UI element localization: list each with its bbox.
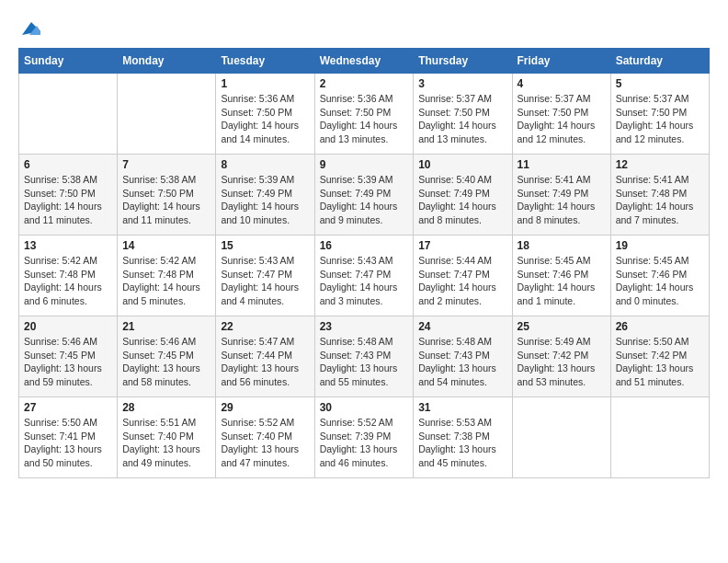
calendar-cell: 14Sunrise: 5:42 AM Sunset: 7:48 PM Dayli… — [118, 236, 216, 316]
day-number: 2 — [320, 77, 409, 90]
day-info: Sunrise: 5:53 AM Sunset: 7:38 PM Dayligh… — [418, 417, 496, 468]
day-info: Sunrise: 5:51 AM Sunset: 7:40 PM Dayligh… — [122, 417, 200, 468]
day-number: 17 — [418, 239, 506, 252]
day-info: Sunrise: 5:48 AM Sunset: 7:43 PM Dayligh… — [320, 336, 398, 387]
calendar-cell: 18Sunrise: 5:45 AM Sunset: 7:46 PM Dayli… — [512, 236, 610, 316]
day-number: 3 — [418, 77, 506, 90]
day-info: Sunrise: 5:41 AM Sunset: 7:48 PM Dayligh… — [616, 174, 694, 225]
calendar-cell: 30Sunrise: 5:52 AM Sunset: 7:39 PM Dayli… — [314, 397, 414, 478]
day-number: 18 — [518, 239, 606, 252]
calendar-cell: 7Sunrise: 5:38 AM Sunset: 7:50 PM Daylig… — [118, 155, 216, 236]
day-info: Sunrise: 5:46 AM Sunset: 7:45 PM Dayligh… — [24, 336, 102, 387]
calendar-cell: 5Sunrise: 5:37 AM Sunset: 7:50 PM Daylig… — [610, 74, 709, 155]
day-info: Sunrise: 5:47 AM Sunset: 7:44 PM Dayligh… — [221, 336, 299, 387]
day-info: Sunrise: 5:52 AM Sunset: 7:40 PM Dayligh… — [221, 417, 299, 468]
calendar-cell: 13Sunrise: 5:42 AM Sunset: 7:48 PM Dayli… — [19, 236, 118, 316]
day-info: Sunrise: 5:43 AM Sunset: 7:47 PM Dayligh… — [221, 255, 299, 306]
calendar-body: 1Sunrise: 5:36 AM Sunset: 7:50 PM Daylig… — [19, 74, 710, 478]
calendar-cell: 6Sunrise: 5:38 AM Sunset: 7:50 PM Daylig… — [19, 155, 118, 236]
calendar-cell: 20Sunrise: 5:46 AM Sunset: 7:45 PM Dayli… — [19, 316, 118, 397]
day-number: 1 — [221, 77, 309, 90]
weekday-header: Saturday — [610, 49, 709, 74]
day-info: Sunrise: 5:43 AM Sunset: 7:47 PM Dayligh… — [320, 255, 398, 306]
calendar-cell: 17Sunrise: 5:44 AM Sunset: 7:47 PM Dayli… — [414, 236, 512, 316]
calendar-row: 20Sunrise: 5:46 AM Sunset: 7:45 PM Dayli… — [19, 316, 710, 397]
calendar-cell: 10Sunrise: 5:40 AM Sunset: 7:49 PM Dayli… — [414, 155, 512, 236]
day-number: 9 — [320, 158, 409, 171]
calendar-cell: 3Sunrise: 5:37 AM Sunset: 7:50 PM Daylig… — [414, 74, 512, 155]
day-number: 30 — [320, 401, 409, 414]
day-info: Sunrise: 5:36 AM Sunset: 7:50 PM Dayligh… — [320, 93, 398, 144]
day-number: 7 — [122, 158, 210, 171]
day-number: 23 — [320, 320, 409, 333]
day-info: Sunrise: 5:49 AM Sunset: 7:42 PM Dayligh… — [518, 336, 596, 387]
calendar-cell: 12Sunrise: 5:41 AM Sunset: 7:48 PM Dayli… — [610, 155, 709, 236]
calendar-cell: 16Sunrise: 5:43 AM Sunset: 7:47 PM Dayli… — [314, 236, 414, 316]
calendar-row: 27Sunrise: 5:50 AM Sunset: 7:41 PM Dayli… — [19, 397, 710, 478]
calendar-cell: 21Sunrise: 5:46 AM Sunset: 7:45 PM Dayli… — [118, 316, 216, 397]
day-info: Sunrise: 5:37 AM Sunset: 7:50 PM Dayligh… — [518, 93, 596, 144]
day-info: Sunrise: 5:48 AM Sunset: 7:43 PM Dayligh… — [418, 336, 496, 387]
day-info: Sunrise: 5:39 AM Sunset: 7:49 PM Dayligh… — [221, 174, 299, 225]
day-info: Sunrise: 5:50 AM Sunset: 7:41 PM Dayligh… — [24, 417, 102, 468]
day-info: Sunrise: 5:38 AM Sunset: 7:50 PM Dayligh… — [24, 174, 102, 225]
day-number: 25 — [518, 320, 606, 333]
weekday-header: Friday — [512, 49, 610, 74]
calendar-cell: 15Sunrise: 5:43 AM Sunset: 7:47 PM Dayli… — [216, 236, 314, 316]
day-info: Sunrise: 5:36 AM Sunset: 7:50 PM Dayligh… — [221, 93, 299, 144]
day-info: Sunrise: 5:45 AM Sunset: 7:46 PM Dayligh… — [518, 255, 596, 306]
page-header — [18, 18, 710, 39]
calendar-cell: 26Sunrise: 5:50 AM Sunset: 7:42 PM Dayli… — [610, 316, 709, 397]
calendar-row: 1Sunrise: 5:36 AM Sunset: 7:50 PM Daylig… — [19, 74, 710, 155]
day-info: Sunrise: 5:41 AM Sunset: 7:49 PM Dayligh… — [518, 174, 596, 225]
calendar-row: 13Sunrise: 5:42 AM Sunset: 7:48 PM Dayli… — [19, 236, 710, 316]
day-number: 19 — [616, 239, 704, 252]
weekday-header: Sunday — [19, 49, 118, 74]
logo-icon — [20, 18, 40, 39]
day-info: Sunrise: 5:40 AM Sunset: 7:49 PM Dayligh… — [418, 174, 496, 225]
calendar-cell — [610, 397, 709, 478]
day-number: 28 — [122, 401, 210, 414]
day-number: 16 — [320, 239, 409, 252]
day-number: 6 — [24, 158, 112, 171]
day-number: 11 — [518, 158, 606, 171]
calendar-cell: 4Sunrise: 5:37 AM Sunset: 7:50 PM Daylig… — [512, 74, 610, 155]
weekday-header: Wednesday — [314, 49, 414, 74]
day-info: Sunrise: 5:44 AM Sunset: 7:47 PM Dayligh… — [418, 255, 496, 306]
calendar-cell: 28Sunrise: 5:51 AM Sunset: 7:40 PM Dayli… — [118, 397, 216, 478]
weekday-header: Monday — [118, 49, 216, 74]
calendar-cell: 9Sunrise: 5:39 AM Sunset: 7:49 PM Daylig… — [314, 155, 414, 236]
day-number: 15 — [221, 239, 309, 252]
day-info: Sunrise: 5:46 AM Sunset: 7:45 PM Dayligh… — [122, 336, 200, 387]
day-number: 5 — [616, 77, 704, 90]
weekday-header: Tuesday — [216, 49, 314, 74]
day-number: 27 — [24, 401, 112, 414]
day-number: 14 — [122, 239, 210, 252]
day-info: Sunrise: 5:52 AM Sunset: 7:39 PM Dayligh… — [320, 417, 398, 468]
day-info: Sunrise: 5:45 AM Sunset: 7:46 PM Dayligh… — [616, 255, 694, 306]
calendar-cell: 1Sunrise: 5:36 AM Sunset: 7:50 PM Daylig… — [216, 74, 314, 155]
calendar-table: SundayMondayTuesdayWednesdayThursdayFrid… — [18, 48, 710, 478]
calendar-cell: 27Sunrise: 5:50 AM Sunset: 7:41 PM Dayli… — [19, 397, 118, 478]
calendar-cell: 11Sunrise: 5:41 AM Sunset: 7:49 PM Dayli… — [512, 155, 610, 236]
day-info: Sunrise: 5:39 AM Sunset: 7:49 PM Dayligh… — [320, 174, 398, 225]
calendar-cell — [512, 397, 610, 478]
calendar-row: 6Sunrise: 5:38 AM Sunset: 7:50 PM Daylig… — [19, 155, 710, 236]
calendar-cell: 29Sunrise: 5:52 AM Sunset: 7:40 PM Dayli… — [216, 397, 314, 478]
calendar-cell — [118, 74, 216, 155]
calendar-cell: 8Sunrise: 5:39 AM Sunset: 7:49 PM Daylig… — [216, 155, 314, 236]
calendar-cell: 19Sunrise: 5:45 AM Sunset: 7:46 PM Dayli… — [610, 236, 709, 316]
day-number: 12 — [616, 158, 704, 171]
day-number: 8 — [221, 158, 309, 171]
day-number: 13 — [24, 239, 112, 252]
day-info: Sunrise: 5:37 AM Sunset: 7:50 PM Dayligh… — [616, 93, 694, 144]
calendar-cell: 25Sunrise: 5:49 AM Sunset: 7:42 PM Dayli… — [512, 316, 610, 397]
day-number: 29 — [221, 401, 309, 414]
calendar-cell — [19, 74, 118, 155]
day-info: Sunrise: 5:37 AM Sunset: 7:50 PM Dayligh… — [418, 93, 496, 144]
day-number: 26 — [616, 320, 704, 333]
day-number: 10 — [418, 158, 506, 171]
day-number: 4 — [518, 77, 606, 90]
day-info: Sunrise: 5:42 AM Sunset: 7:48 PM Dayligh… — [122, 255, 200, 306]
calendar-header: SundayMondayTuesdayWednesdayThursdayFrid… — [19, 49, 710, 74]
